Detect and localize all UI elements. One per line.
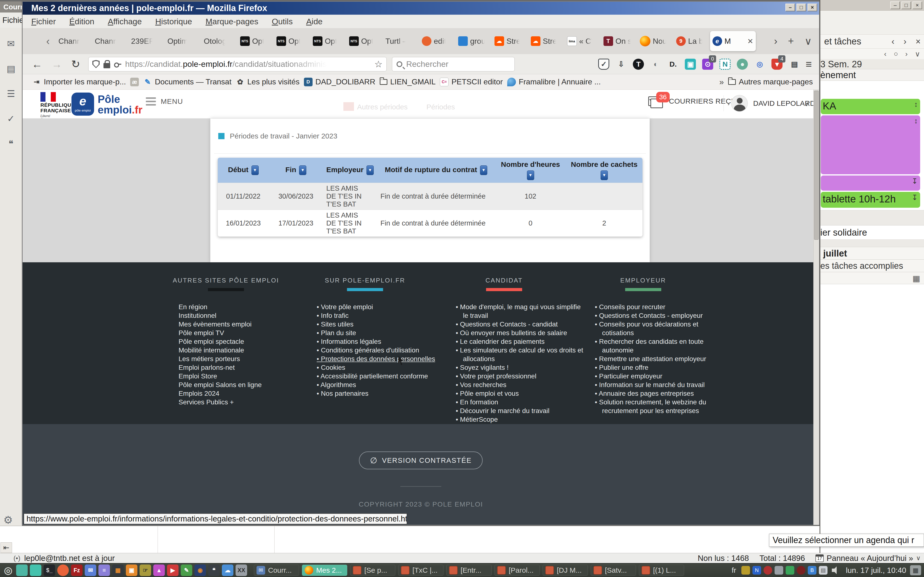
gimp-icon[interactable]: ▲	[153, 564, 165, 576]
tray-keyboard-icon[interactable]	[741, 566, 750, 575]
sort-button[interactable]: ▼	[299, 165, 306, 175]
search-input[interactable]: Rechercher	[392, 57, 515, 71]
tray-sync-icon[interactable]: N	[753, 566, 761, 575]
sphere-icon[interactable]: ◐	[650, 59, 661, 70]
target-icon[interactable]: ◎	[754, 59, 765, 70]
calendar-event[interactable]: KA↕	[821, 99, 920, 114]
bookmark-item[interactable]: Framalibre | Annuaire ...	[507, 77, 601, 86]
user-menu-chevron-icon[interactable]: ∨	[804, 100, 809, 108]
shield-check-icon[interactable]: ✓	[598, 59, 609, 70]
taskbar-window-button[interactable]: ✉Courr...	[254, 565, 299, 576]
column-header-5[interactable]: Nombre d'heures▼	[495, 158, 566, 183]
taskbar-window-button[interactable]: [(1) L...	[639, 565, 684, 576]
footer-link[interactable]: • Sites utiles	[317, 320, 445, 329]
footer-link[interactable]: • Accessibilité partiellement conforme	[317, 372, 445, 380]
footer-link[interactable]: • Conseils pour vos déclarations et coti…	[595, 320, 723, 337]
footer-link[interactable]: • Information sur le marché du travail	[595, 380, 723, 389]
browser-icon[interactable]	[57, 564, 69, 576]
show-desktop-icon[interactable]: ▦	[910, 565, 921, 575]
app-menu-icon[interactable]: ◎	[2, 564, 14, 576]
taskbar-window-button[interactable]: [Entr...	[446, 565, 492, 576]
footer-link[interactable]: Les métiers porteurs	[179, 355, 306, 363]
footer-link[interactable]: Pôle emploi spectacle	[179, 337, 306, 346]
footer-link[interactable]: En région	[179, 303, 306, 311]
prev-icon[interactable]: ‹	[892, 37, 894, 47]
menu-marquepages[interactable]: Marque-pages	[205, 17, 258, 26]
firefox-icon[interactable]	[27, 35, 40, 47]
bookmark-item[interactable]: LIEN_GMAIL	[380, 77, 436, 86]
text-editor-icon[interactable]: ≡	[99, 564, 110, 576]
footer-link[interactable]: • Découvrir le marché du travail	[456, 406, 584, 415]
footer-link[interactable]: • Algorithmes	[317, 380, 445, 389]
tab[interactable]: TOn s	[601, 31, 637, 51]
event-drag-handle[interactable]: ↕	[914, 117, 918, 125]
table-row[interactable]: 01/11/202230/06/2023LES AMIS DE T'ES IN …	[218, 183, 643, 210]
filezilla-icon[interactable]: Fz	[71, 564, 82, 576]
calendar-titlebar[interactable]: –□×	[820, 0, 924, 11]
tray-record-icon[interactable]	[764, 566, 772, 575]
minimize-button[interactable]: –	[890, 2, 900, 9]
tab[interactable]: NTSOpt	[347, 31, 383, 51]
tab[interactable]: ☁Stre	[528, 31, 565, 51]
scrollbar[interactable]	[813, 90, 819, 525]
footer-link[interactable]: • Particulier employeur	[595, 372, 723, 380]
nav-expand-icon[interactable]: ∨	[915, 50, 920, 58]
maximize-button[interactable]: □	[796, 3, 806, 11]
media-player-icon[interactable]: ▶	[167, 564, 179, 576]
tab[interactable]: Turtl –	[383, 31, 419, 51]
screenshot-icon[interactable]: ▣	[126, 564, 137, 576]
tray-clipboard-icon[interactable]: ▤	[819, 566, 827, 575]
mail-app-icon[interactable]: ✉	[85, 564, 96, 576]
red-shield-icon[interactable]: ▾4	[771, 59, 782, 70]
footer-link[interactable]: • Conditions générales d'utilisation	[317, 346, 445, 355]
sort-button[interactable]: ▼	[252, 165, 258, 175]
nav-next-icon[interactable]: ›	[905, 50, 908, 58]
footer-link[interactable]: Mes évènements emploi	[179, 320, 306, 329]
file-manager-icon[interactable]	[16, 564, 27, 576]
green-app-icon[interactable]: ●	[737, 59, 748, 70]
nav-today-icon[interactable]: ○	[894, 50, 898, 58]
thunderbird-icon[interactable]: ◉	[194, 564, 206, 576]
gear-icon[interactable]: ⚙	[3, 514, 13, 526]
chevron-down-icon[interactable]: ∨	[916, 554, 921, 562]
solidaire-row[interactable]: ier solidaire	[820, 226, 924, 239]
tab-scroll-right-icon[interactable]: ›	[774, 35, 777, 47]
firefox-titlebar[interactable]: Mes 2 dernières années | pole-emploi.fr …	[23, 2, 819, 15]
tab[interactable]: Chann	[56, 31, 92, 51]
event-drag-handle[interactable]: ↕	[914, 100, 918, 108]
bookmark-item[interactable]: C=PETSCII editor	[440, 77, 503, 86]
footer-link[interactable]: • Votre pôle emploi	[317, 303, 445, 311]
tray-screenshot-icon[interactable]	[775, 566, 783, 575]
file-manager-2-icon[interactable]	[30, 564, 41, 576]
floppy-icon[interactable]: ▣	[685, 59, 696, 70]
quotes-icon[interactable]: ❝	[208, 564, 220, 576]
menu-outils[interactable]: Outils	[272, 17, 292, 26]
pointer-tool-icon[interactable]: ☞	[140, 564, 151, 576]
folder-list-icon[interactable]: ☰	[4, 85, 18, 103]
footer-link[interactable]: • Annuaire des pages entreprises	[595, 389, 723, 398]
calendar-event[interactable]: ↕	[821, 115, 920, 174]
footer-link[interactable]: Emplois 2024	[179, 389, 306, 398]
tab[interactable]: 239EF	[129, 31, 165, 51]
taskbar-window-button[interactable]: [Satv...	[591, 565, 636, 576]
addressbook-icon[interactable]: ▤	[4, 60, 18, 78]
scroll-home-icon[interactable]: ⇤	[0, 542, 12, 553]
calendar-event[interactable]: tablette 10h-12h↧	[821, 192, 920, 208]
footer-link[interactable]: • Pôle emploi et vous	[456, 389, 584, 398]
sort-button[interactable]: ▼	[527, 171, 534, 180]
calendar-event[interactable]: ↧	[821, 176, 920, 191]
taskbar-window-button[interactable]: [Se p...	[350, 565, 395, 576]
footer-link[interactable]: • Mode d'emploi, le mag qui vous simplif…	[456, 303, 584, 320]
tray-alert-icon[interactable]	[797, 566, 805, 575]
menu-aide[interactable]: Aide	[306, 17, 322, 26]
terminal-icon[interactable]: $_	[44, 564, 55, 576]
footer-link[interactable]: • Remettre une attestation employeur	[595, 355, 723, 363]
menu-affichage[interactable]: Affichage	[108, 17, 142, 26]
footer-link[interactable]: • Rechercher des candidats en toute auto…	[595, 337, 723, 355]
tab-active[interactable]: eM✕	[710, 31, 756, 51]
tab[interactable]: NTSOpt	[274, 31, 310, 51]
tab-list-icon[interactable]: ∨	[804, 35, 812, 47]
sort-button[interactable]: ▼	[480, 165, 487, 175]
taskbar-window-button[interactable]: Mes 2...	[302, 565, 347, 576]
taskbar-window-button[interactable]: [Parol...	[494, 565, 540, 576]
